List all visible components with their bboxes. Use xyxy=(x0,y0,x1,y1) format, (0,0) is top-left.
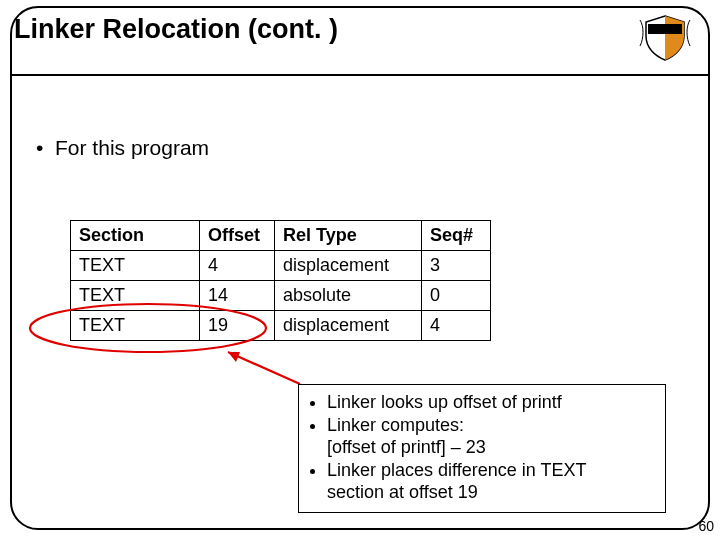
cell-seq: 0 xyxy=(422,281,491,311)
annotation-line: Linker looks up offset of printf xyxy=(327,391,655,414)
header-divider xyxy=(12,74,708,76)
table-row: TEXT 14 absolute 0 xyxy=(71,281,491,311)
annotation-line: Linker places difference in TEXT section… xyxy=(327,459,655,504)
table-header-row: Section Offset Rel Type Seq# xyxy=(71,221,491,251)
cell-section: TEXT xyxy=(71,311,200,341)
relocation-table: Section Offset Rel Type Seq# TEXT 4 disp… xyxy=(70,220,491,341)
header: Linker Relocation (cont. ) xyxy=(14,14,704,45)
annotation-line: Linker computes: [offset of printf] – 23 xyxy=(327,414,655,459)
th-seq: Seq# xyxy=(422,221,491,251)
cell-offset: 14 xyxy=(200,281,275,311)
table-row: TEXT 19 displacement 4 xyxy=(71,311,491,341)
annotation-box: Linker looks up offset of printf Linker … xyxy=(298,384,666,513)
shield-logo-icon xyxy=(634,12,696,62)
cell-rel: displacement xyxy=(275,251,422,281)
svg-rect-0 xyxy=(648,24,682,34)
cell-offset: 4 xyxy=(200,251,275,281)
cell-offset: 19 xyxy=(200,311,275,341)
intro-bullet: • For this program xyxy=(36,136,209,160)
th-section: Section xyxy=(71,221,200,251)
cell-rel: displacement xyxy=(275,311,422,341)
slide-title: Linker Relocation (cont. ) xyxy=(14,14,338,44)
th-rel: Rel Type xyxy=(275,221,422,251)
cell-section: TEXT xyxy=(71,251,200,281)
intro-bullet-text: For this program xyxy=(55,136,209,159)
th-offset: Offset xyxy=(200,221,275,251)
cell-rel: absolute xyxy=(275,281,422,311)
table-row: TEXT 4 displacement 3 xyxy=(71,251,491,281)
cell-seq: 4 xyxy=(422,311,491,341)
cell-seq: 3 xyxy=(422,251,491,281)
page-number: 60 xyxy=(698,518,714,534)
cell-section: TEXT xyxy=(71,281,200,311)
